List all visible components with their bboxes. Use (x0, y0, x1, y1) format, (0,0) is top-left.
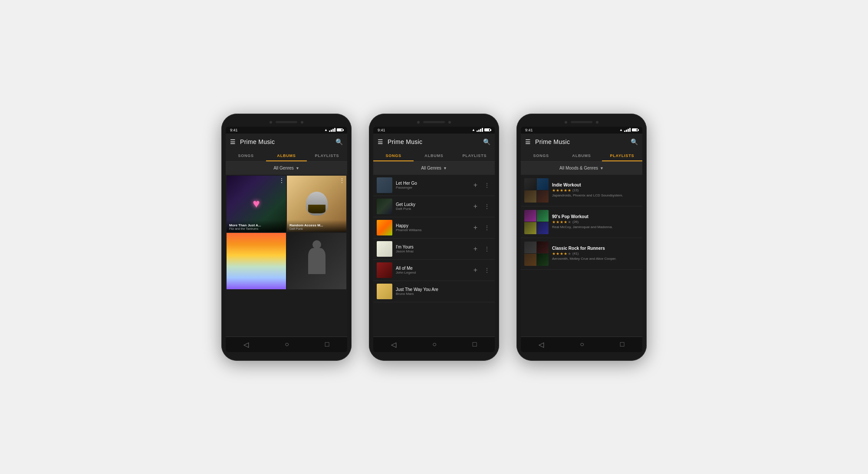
status-bar-2: 9:41 ▲ (373, 127, 495, 134)
filter-arrow-icon: ▼ (296, 166, 299, 170)
app-header-3: ☰ Prime Music 🔍 (521, 134, 642, 150)
rating-count-1: (26) (572, 220, 579, 224)
stars-0: ★ ★ ★ ★ ★ (13) (552, 188, 639, 193)
playlists-content: Indie Workout ★ ★ ★ ★ ★ (13) Japandroids… (521, 175, 642, 337)
app-title-3: Prime Music (535, 138, 631, 145)
menu-icon-3[interactable]: ☰ (525, 138, 531, 145)
song-more-0[interactable]: ⋮ (483, 180, 491, 190)
song-item-5[interactable]: Just The Way You Are Bruno Mars (373, 281, 495, 302)
tab-songs-3[interactable]: SONGS (521, 150, 561, 161)
song-artist-4: John Legend (396, 271, 468, 275)
signal-bar-2-3 (480, 129, 481, 132)
tab-albums-2[interactable]: ALBUMS (414, 150, 454, 161)
nav-home-button[interactable]: ○ (279, 339, 294, 350)
nav-recents-button-2[interactable]: □ (467, 339, 482, 350)
battery-icon (337, 128, 343, 131)
playlist-info-0: Indie Workout ★ ★ ★ ★ ★ (13) Japandroids… (552, 183, 639, 198)
album-more-icon-2[interactable]: ⋮ (339, 177, 345, 183)
filter-label: All Genres (273, 166, 294, 170)
signal-bar-2 (331, 130, 332, 132)
tabs-3: SONGS ALBUMS PLAYLISTS (521, 150, 642, 162)
star-1-0: ★ (552, 220, 556, 224)
collage-cell-1-1 (537, 210, 549, 222)
tab-playlists[interactable]: PLAYLISTS (307, 150, 347, 161)
status-time: 9:41 (230, 128, 238, 132)
song-item-4[interactable]: All of Me John Legend + ⋮ (373, 260, 495, 281)
nav-home-button-3[interactable]: ○ (575, 339, 589, 350)
playlist-item-0[interactable]: Indie Workout ★ ★ ★ ★ ★ (13) Japandroids… (521, 175, 642, 206)
star-0-2: ★ (560, 188, 563, 193)
filter-label-3: All Moods & Genres (559, 166, 598, 170)
star-2-0: ★ (552, 252, 556, 256)
song-add-2[interactable]: + (472, 222, 479, 233)
battery-fill-2 (485, 129, 489, 131)
nav-recents-button-3[interactable]: □ (615, 339, 630, 350)
song-item-0[interactable]: Let Her Go Passenger + ⋮ (373, 175, 495, 196)
filter-button[interactable]: All Genres ▼ (273, 166, 299, 170)
status-icons-3: ▲ (619, 128, 638, 132)
bottom-nav-3: ◁ ○ □ (521, 337, 642, 352)
phone-bottom-1 (226, 352, 347, 356)
collage-cell-1-2 (524, 222, 536, 234)
playlist-item-2[interactable]: Classic Rock for Runners ★ ★ ★ ★ ★ (41) … (521, 238, 642, 270)
song-add-1[interactable]: + (472, 201, 479, 212)
menu-icon-2[interactable]: ☰ (378, 138, 383, 145)
song-info-1: Get Lucky Daft Punk (396, 202, 468, 211)
tab-playlists-2[interactable]: PLAYLISTS (454, 150, 495, 161)
tab-songs-2[interactable]: SONGS (373, 150, 414, 161)
tab-songs[interactable]: SONGS (226, 150, 266, 161)
song-info-0: Let Her Go Passenger (396, 181, 468, 190)
filter-button-3[interactable]: All Moods & Genres ▼ (559, 166, 604, 170)
album-item-1[interactable]: More Than Just A... Fitz and the Tantrum… (227, 176, 286, 232)
nav-back-button-3[interactable]: ◁ (533, 339, 549, 350)
song-more-2[interactable]: ⋮ (483, 223, 491, 232)
song-more-3[interactable]: ⋮ (483, 244, 491, 254)
album-item-4[interactable] (287, 233, 346, 289)
tab-playlists-3[interactable]: PLAYLISTS (602, 150, 642, 161)
screen-albums: 9:41 ▲ ☰ Prime Music 🔍 SONGS (226, 127, 347, 352)
song-item-2[interactable]: Happy Pharrell Williams + ⋮ (373, 217, 495, 239)
song-more-4[interactable]: ⋮ (483, 265, 491, 275)
song-thumb-1 (377, 199, 392, 214)
star-0-4: ★ (568, 188, 571, 193)
search-icon[interactable]: 🔍 (335, 138, 343, 145)
playlist-list: Indie Workout ★ ★ ★ ★ ★ (13) Japandroids… (521, 175, 642, 270)
album-item-3[interactable] (227, 233, 286, 289)
nav-recents-button[interactable]: □ (320, 339, 335, 350)
song-add-0[interactable]: + (472, 180, 479, 191)
tab-albums-3[interactable]: ALBUMS (561, 150, 602, 161)
filter-bar: All Genres ▼ (226, 162, 347, 175)
search-icon-3[interactable]: 🔍 (631, 138, 638, 145)
playlist-collage-2 (524, 242, 549, 266)
collage-cell-1-3 (537, 222, 549, 234)
speaker-3 (571, 121, 592, 123)
menu-icon[interactable]: ☰ (230, 138, 236, 145)
filter-label-2: All Genres (421, 166, 441, 170)
nav-back-button[interactable]: ◁ (238, 339, 254, 350)
playlist-item-1[interactable]: 90's Pop Workout ★ ★ ★ ★ ★ (26) Real McC… (521, 206, 642, 238)
filter-button-2[interactable]: All Genres ▼ (421, 166, 447, 170)
status-bar: 9:41 ▲ (226, 127, 347, 134)
screen-playlists: 9:41 ▲ ☰ Prime Music 🔍 SONGS ALBUMS (521, 127, 642, 352)
song-add-4[interactable]: + (472, 265, 479, 276)
nav-back-button-2[interactable]: ◁ (386, 339, 401, 350)
filter-arrow-icon-3: ▼ (600, 166, 604, 170)
status-time-2: 9:41 (378, 128, 385, 132)
song-add-3[interactable]: + (472, 243, 479, 255)
song-artist-0: Passenger (396, 186, 468, 190)
status-icons: ▲ (324, 128, 343, 132)
nav-home-button-2[interactable]: ○ (427, 339, 442, 350)
star-1-1: ★ (556, 220, 559, 224)
phone-top-notch-3 (521, 118, 642, 127)
search-icon-2[interactable]: 🔍 (483, 138, 490, 145)
song-title-2: Happy (396, 223, 468, 228)
album-item-2[interactable]: Random Access M... Daft Punk ⋮ (287, 176, 346, 232)
tab-albums[interactable]: ALBUMS (266, 150, 306, 161)
song-item-3[interactable]: I'm Yours Jason Mraz + ⋮ (373, 239, 495, 260)
song-more-1[interactable]: ⋮ (483, 202, 491, 211)
album-more-icon-1[interactable]: ⋮ (279, 177, 284, 183)
song-item-1[interactable]: Get Lucky Daft Punk + ⋮ (373, 196, 495, 217)
album-art-4 (287, 233, 346, 289)
status-icons-2: ▲ (472, 128, 490, 132)
album-content: More Than Just A... Fitz and the Tantrum… (226, 175, 347, 337)
